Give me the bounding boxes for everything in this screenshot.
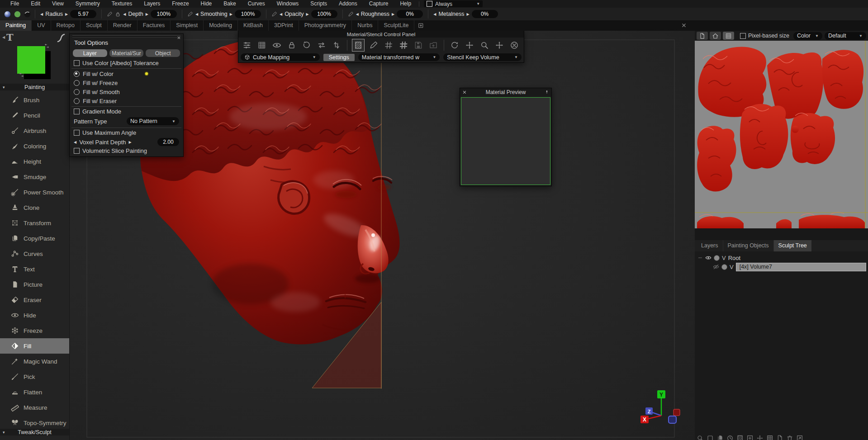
checkbox-icon[interactable]	[74, 148, 80, 154]
pan-button[interactable]	[493, 39, 505, 51]
page-button[interactable]	[697, 32, 708, 40]
use-maximum-angle-row[interactable]: Use Maximum Angle	[74, 129, 179, 136]
export-icon[interactable]	[796, 435, 803, 440]
clock-icon[interactable]	[726, 435, 734, 440]
uv-canvas[interactable]	[695, 41, 868, 228]
pin-icon[interactable]	[545, 90, 549, 95]
move-icon[interactable]	[756, 435, 764, 440]
tree-item-selected[interactable]: [4x] Volume7	[736, 263, 866, 271]
tab-layers[interactable]: Layers	[697, 240, 723, 251]
tool-measure[interactable]: Measure	[0, 400, 69, 415]
zoom-icon[interactable]	[697, 435, 704, 440]
save-button[interactable]	[413, 39, 424, 51]
collapse-left-icon[interactable]: ◀	[2, 35, 5, 39]
eye-icon[interactable]	[705, 255, 711, 261]
tab-factures[interactable]: Factures	[138, 20, 171, 31]
plus-box-icon[interactable]	[418, 23, 424, 28]
cancel-button[interactable]	[508, 39, 520, 51]
hash-bold-button[interactable]	[398, 39, 409, 51]
radio-icon[interactable]	[74, 80, 80, 86]
section-header-tweak-sculpt[interactable]: ▾ Tweak/Sculpt	[0, 429, 69, 435]
menu-windows[interactable]: Windows	[271, 0, 305, 8]
stepper-right-icon[interactable]: ▶	[65, 12, 68, 16]
stencil-hatch-icon[interactable]	[736, 435, 744, 440]
swap-colors-icon[interactable]	[19, 72, 24, 77]
edit-pencil-icon[interactable]	[107, 11, 113, 17]
move-button[interactable]	[464, 39, 475, 51]
always-checkbox[interactable]	[427, 1, 432, 7]
stepper-left-icon[interactable]: ◀	[123, 12, 126, 16]
tool-hide[interactable]: Hide	[0, 308, 69, 323]
brush-falloff-icon[interactable]	[24, 10, 31, 18]
param-value-field[interactable]: 5.97	[70, 10, 96, 18]
copy-paste-icon[interactable]	[716, 435, 724, 440]
eye-off-icon[interactable]	[713, 264, 719, 270]
settings-button[interactable]: Settings	[323, 54, 355, 61]
stepper-right-icon[interactable]: ▶	[466, 12, 469, 16]
menu-textures[interactable]: Textures	[106, 0, 138, 8]
brush-stroke-icon[interactable]	[56, 33, 66, 43]
menu-file[interactable]: File	[5, 0, 25, 8]
pattern-type-dropdown[interactable]: No Pattern ▼	[127, 117, 179, 125]
stepper-right-icon[interactable]: ▶	[129, 140, 132, 144]
tool-transform[interactable]: Transform	[0, 215, 69, 231]
text-tool-icon[interactable]: T	[6, 32, 14, 43]
drag-handle[interactable]	[72, 37, 180, 38]
grid-small-icon[interactable]	[766, 435, 773, 440]
layer-circle-icon[interactable]	[714, 255, 720, 261]
menu-curves[interactable]: Curves	[242, 0, 271, 8]
menu-edit[interactable]: Edit	[25, 0, 46, 8]
tool-smudge[interactable]: Smudge	[0, 169, 69, 185]
stepper-left-icon[interactable]: ◀	[40, 12, 43, 16]
pixel-based-checkbox[interactable]	[740, 33, 746, 39]
swap-colors-icon[interactable]	[44, 43, 49, 48]
zoom-button[interactable]	[479, 39, 490, 51]
tab-retopo[interactable]: Retopo	[51, 20, 81, 31]
tool-fill[interactable]: Fill	[0, 338, 69, 354]
hash-button[interactable]	[383, 39, 394, 51]
preset-dropdown[interactable]: Default ▼	[825, 32, 866, 40]
stepper-left-icon[interactable]: ◀	[433, 12, 436, 16]
radio-fill-w-freeze[interactable]: Fill w/ Freeze	[74, 78, 179, 87]
tab-nurbs[interactable]: Nurbs	[352, 20, 378, 31]
tool-copy-paste[interactable]: Copy/Paste	[0, 231, 69, 246]
lock-icon[interactable]	[115, 11, 121, 17]
brush-color-icon[interactable]	[14, 10, 21, 18]
stepper-right-icon[interactable]: ▶	[306, 12, 309, 16]
stepper-left-icon[interactable]: ◀	[280, 12, 282, 16]
param-value-field[interactable]: 0%	[397, 10, 423, 18]
edit-pencil-button[interactable]	[368, 39, 379, 51]
gizmo-blue-toggle[interactable]	[669, 416, 676, 423]
tool-curves[interactable]: Curves	[0, 246, 69, 261]
radio-fill-w-eraser[interactable]: Fill w/ Eraser	[74, 96, 179, 105]
grid-button[interactable]	[256, 39, 268, 51]
use-color-tolerance-row[interactable]: Use Color [Albedo] Tolerance	[74, 60, 179, 66]
stencil-hatch-button[interactable]	[352, 39, 365, 52]
swap-horizontal-button[interactable]	[316, 39, 327, 51]
tool-clone[interactable]: Clone	[0, 200, 69, 215]
tool-brush[interactable]: Brush	[0, 92, 69, 108]
tab-object[interactable]: Object	[146, 49, 180, 57]
swap-vertical-button[interactable]	[331, 39, 342, 51]
close-icon[interactable]	[681, 23, 687, 28]
layer-circle-icon[interactable]	[721, 264, 727, 270]
tool-eraser[interactable]: Eraser	[0, 292, 69, 308]
radio-icon[interactable]	[74, 89, 80, 95]
voxel-depth-field[interactable]: 2.00	[157, 138, 179, 146]
tool-height[interactable]: Height	[0, 154, 69, 169]
primary-color-swatch[interactable]	[17, 46, 45, 74]
checkbox-icon[interactable]	[74, 109, 80, 114]
edit-pencil-icon[interactable]	[271, 11, 277, 17]
tab-render[interactable]: Render	[108, 20, 138, 31]
tab-painting-objects[interactable]: Painting Objects	[723, 240, 774, 251]
param-value-field[interactable]: 0%	[472, 10, 498, 18]
brush-tip-sphere-icon[interactable]	[4, 10, 11, 18]
tool-freeze[interactable]: Freeze	[0, 323, 69, 338]
param-value-field[interactable]: 100%	[311, 10, 337, 18]
gizmo-red-toggle[interactable]	[674, 409, 680, 416]
radio-fill-w-smooth[interactable]: Fill w/ Smooth	[74, 87, 179, 96]
tool-text[interactable]: Text	[0, 261, 69, 277]
tab-simplest[interactable]: Simplest	[171, 20, 204, 31]
tool-picture[interactable]: Picture	[0, 277, 69, 292]
eye-button[interactable]	[271, 39, 283, 51]
